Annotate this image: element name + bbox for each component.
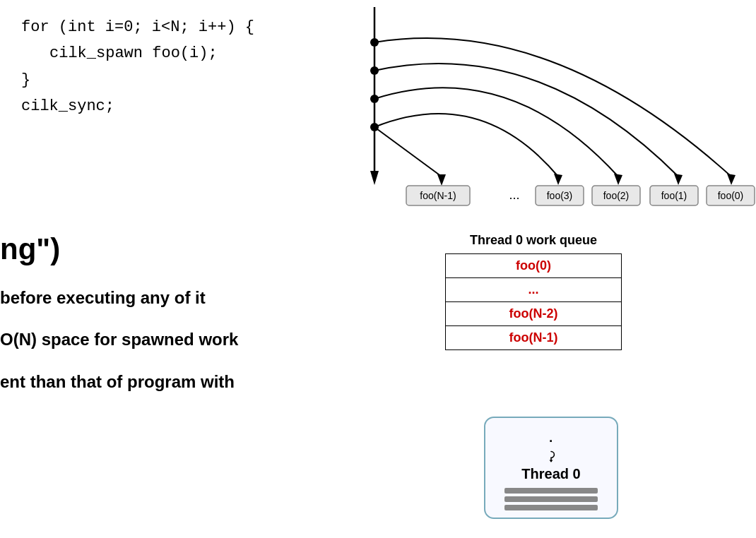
thread-line-1 — [504, 488, 598, 494]
text-point-3: ent than that of program with — [0, 371, 367, 393]
svg-text:foo(2): foo(2) — [603, 190, 630, 201]
svg-marker-8 — [614, 174, 622, 185]
svg-text:foo(1): foo(1) — [661, 190, 687, 201]
code-line-2: cilk_spawn foo(i); — [21, 40, 254, 66]
svg-marker-23 — [549, 460, 553, 462]
code-line-3: } — [21, 67, 254, 93]
thread-lines — [504, 488, 598, 510]
code-line-1: for (int i=0; i<N; i++) { — [21, 14, 254, 40]
text-heading: ng") — [0, 233, 367, 265]
work-queue-area: Thread 0 work queue foo(0) ... foo(N-2) … — [445, 233, 622, 350]
thread-line-3 — [504, 505, 598, 510]
queue-row-0: foo(0) — [446, 254, 622, 278]
svg-marker-9 — [554, 174, 562, 185]
thread-0-box: . Thread 0 — [484, 417, 618, 519]
svg-marker-11 — [437, 174, 446, 186]
text-point-1: before executing any of it — [0, 287, 367, 309]
text-section: ng") before executing any of it O(N) spa… — [0, 233, 367, 412]
thread-0-label: Thread 0 — [521, 466, 580, 482]
code-line-4: cilk_sync; — [21, 93, 254, 119]
queue-cell-0: foo(0) — [446, 254, 622, 278]
queue-cell-2: foo(N-2) — [446, 302, 622, 326]
queue-cell-1: ... — [446, 278, 622, 302]
work-queue-table: foo(0) ... foo(N-2) foo(N-1) — [445, 253, 622, 350]
work-queue-title: Thread 0 work queue — [445, 233, 622, 248]
svg-marker-1 — [370, 171, 379, 185]
svg-text:foo(0): foo(0) — [718, 190, 744, 201]
svg-marker-7 — [674, 174, 683, 185]
svg-text:foo(N-1): foo(N-1) — [420, 190, 456, 201]
svg-text:...: ... — [509, 188, 519, 202]
dag-diagram: foo(N-1) ... foo(3) foo(2) foo(1) foo(0) — [339, 0, 756, 226]
thread-line-2 — [504, 496, 598, 502]
queue-row-3: foo(N-1) — [446, 326, 622, 350]
svg-text:foo(3): foo(3) — [547, 190, 573, 201]
queue-row-2: foo(N-2) — [446, 302, 622, 326]
svg-marker-6 — [727, 174, 736, 185]
thread-hook-icon: . — [548, 425, 553, 447]
text-point-2: O(N) space for spawned work — [0, 328, 367, 350]
queue-cell-3: foo(N-1) — [446, 326, 622, 350]
code-block: for (int i=0; i<N; i++) { cilk_spawn foo… — [21, 14, 254, 120]
hook-icon — [541, 450, 562, 463]
queue-row-1: ... — [446, 278, 622, 302]
svg-line-10 — [374, 127, 442, 177]
